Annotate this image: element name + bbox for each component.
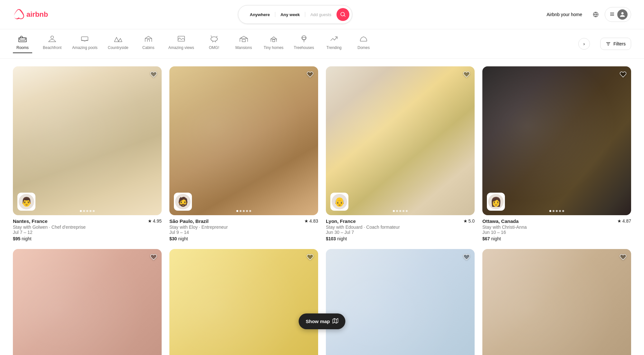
show-map-container: Show map bbox=[298, 313, 345, 329]
listing-card-partial4[interactable] bbox=[482, 249, 631, 355]
listing-location: Lyon, France bbox=[326, 218, 356, 224]
host-button[interactable]: Airbnb your home bbox=[542, 9, 587, 20]
wishlist-button[interactable] bbox=[620, 254, 627, 263]
dot bbox=[559, 210, 561, 212]
category-icon-cabins bbox=[144, 34, 153, 43]
wishlist-button[interactable] bbox=[463, 71, 470, 80]
search-location[interactable]: Anywhere bbox=[245, 12, 275, 17]
svg-rect-10 bbox=[242, 40, 245, 42]
listing-card-partial1[interactable] bbox=[13, 249, 162, 355]
category-item-cabins[interactable]: Cabins bbox=[139, 34, 158, 53]
star-icon: ★ bbox=[304, 218, 308, 224]
listing-image-container: 🧔 bbox=[169, 66, 318, 215]
category-label-rooms: Rooms bbox=[16, 45, 29, 50]
dot bbox=[399, 210, 401, 212]
search-week[interactable]: Any week bbox=[275, 12, 305, 17]
category-label-beachfront: Beachfront bbox=[43, 45, 62, 50]
dot bbox=[83, 210, 85, 212]
wishlist-button[interactable] bbox=[620, 71, 627, 80]
category-icon-beachfront bbox=[48, 34, 57, 43]
listing-card-lyon[interactable]: 👴 Lyon, France ★ 5.0 Stay with Edouard ·… bbox=[326, 66, 475, 241]
image-dots bbox=[80, 210, 95, 212]
category-icon-countryside bbox=[114, 34, 123, 43]
category-label-countryside: Countryside bbox=[108, 45, 128, 50]
listing-card-partial2[interactable] bbox=[169, 249, 318, 355]
category-label-domes: Domes bbox=[357, 45, 370, 50]
image-dots bbox=[549, 210, 564, 212]
listing-card-partial3[interactable] bbox=[326, 249, 475, 355]
host-avatar: 👩 bbox=[488, 194, 504, 209]
dot bbox=[553, 210, 554, 212]
listing-subtitle: Stay with Eloy · Entrepreneur bbox=[169, 225, 318, 230]
category-item-amazing-pools[interactable]: Amazing pools bbox=[72, 34, 98, 53]
search-button[interactable] bbox=[336, 8, 349, 21]
hamburger-icon bbox=[610, 12, 615, 18]
category-item-beachfront[interactable]: Beachfront bbox=[43, 34, 62, 53]
listing-rating: ★ 5.0 bbox=[463, 218, 475, 224]
category-item-omg[interactable]: OMG! bbox=[204, 34, 224, 53]
category-item-rooms[interactable]: Rooms bbox=[13, 34, 32, 53]
svg-rect-5 bbox=[20, 38, 25, 40]
wishlist-button[interactable] bbox=[307, 71, 314, 80]
category-icon-domes bbox=[359, 34, 368, 43]
listing-price: $95 night bbox=[13, 236, 162, 241]
listings-grid: 👨 Nantes, France ★ 4.95 Stay with Golwen… bbox=[0, 59, 644, 355]
listing-card-saopaulo[interactable]: 🧔 São Paulo, Brazil ★ 4.83 Stay with Elo… bbox=[169, 66, 318, 241]
globe-button[interactable] bbox=[589, 8, 602, 21]
category-item-amazing-views[interactable]: Amazing views bbox=[168, 34, 194, 53]
host-badge: 🧔 bbox=[174, 193, 192, 211]
rating-value: 4.83 bbox=[309, 218, 318, 224]
wishlist-button[interactable] bbox=[463, 254, 470, 263]
show-map-button[interactable]: Show map bbox=[298, 313, 345, 329]
category-nav-next-button[interactable]: › bbox=[578, 38, 590, 50]
wishlist-button[interactable] bbox=[150, 254, 157, 263]
dot bbox=[406, 210, 408, 212]
image-dots bbox=[393, 210, 408, 212]
filters-button[interactable]: Filters bbox=[600, 38, 631, 50]
listing-image bbox=[326, 66, 475, 215]
show-map-label: Show map bbox=[306, 319, 330, 324]
category-icon-amazing-pools bbox=[80, 34, 89, 43]
svg-point-6 bbox=[51, 36, 54, 39]
logo[interactable]: airbnb bbox=[13, 9, 48, 20]
host-badge: 👩 bbox=[487, 193, 505, 211]
listing-dates: Jun 30 – Jul 7 bbox=[326, 230, 475, 235]
category-label-cabins: Cabins bbox=[142, 45, 154, 50]
profile-menu-button[interactable] bbox=[605, 7, 631, 22]
listing-subtitle: Stay with Edouard · Coach formateur bbox=[326, 225, 475, 230]
svg-point-9 bbox=[211, 37, 217, 41]
category-icon-mansions bbox=[239, 34, 248, 43]
dot bbox=[402, 210, 404, 212]
listing-image bbox=[13, 249, 162, 355]
wishlist-button[interactable] bbox=[307, 254, 314, 263]
listing-image bbox=[13, 66, 162, 215]
listing-card-nantes[interactable]: 👨 Nantes, France ★ 4.95 Stay with Golwen… bbox=[13, 66, 162, 241]
dot bbox=[240, 210, 242, 212]
category-item-trending[interactable]: Trending bbox=[324, 34, 344, 53]
listing-image bbox=[169, 66, 318, 215]
category-item-treehouses[interactable]: Treehouses bbox=[294, 34, 314, 53]
category-nav: RoomsBeachfrontAmazing poolsCountrysideC… bbox=[0, 29, 644, 59]
category-item-mansions[interactable]: Mansions bbox=[234, 34, 253, 53]
category-item-domes[interactable]: Domes bbox=[354, 34, 373, 53]
dot bbox=[562, 210, 564, 212]
dot bbox=[90, 210, 91, 212]
category-item-tiny-homes[interactable]: Tiny homes bbox=[264, 34, 284, 53]
listing-dates: Jun 10 – 16 bbox=[482, 230, 631, 235]
dot bbox=[246, 210, 248, 212]
search-bar[interactable]: Anywhere Any week Add guests bbox=[238, 5, 352, 24]
listing-rating: ★ 4.95 bbox=[148, 218, 162, 224]
category-item-countryside[interactable]: Countryside bbox=[108, 34, 128, 53]
listing-image bbox=[169, 249, 318, 355]
listing-info: Ottawa, Canada ★ 4.87 Stay with Christi-… bbox=[482, 215, 631, 241]
listing-image bbox=[326, 249, 475, 355]
listing-location: Ottawa, Canada bbox=[482, 218, 519, 224]
category-label-treehouses: Treehouses bbox=[294, 45, 314, 50]
listing-subtitle: Stay with Golwen · Chef d'entreprise bbox=[13, 225, 162, 230]
host-badge: 👨 bbox=[17, 193, 35, 211]
listing-card-ottawa[interactable]: 👩 Ottawa, Canada ★ 4.87 Stay with Christ… bbox=[482, 66, 631, 241]
dot bbox=[396, 210, 398, 212]
wishlist-button[interactable] bbox=[150, 71, 157, 80]
listing-image bbox=[482, 249, 631, 355]
search-guests[interactable]: Add guests bbox=[305, 12, 336, 17]
